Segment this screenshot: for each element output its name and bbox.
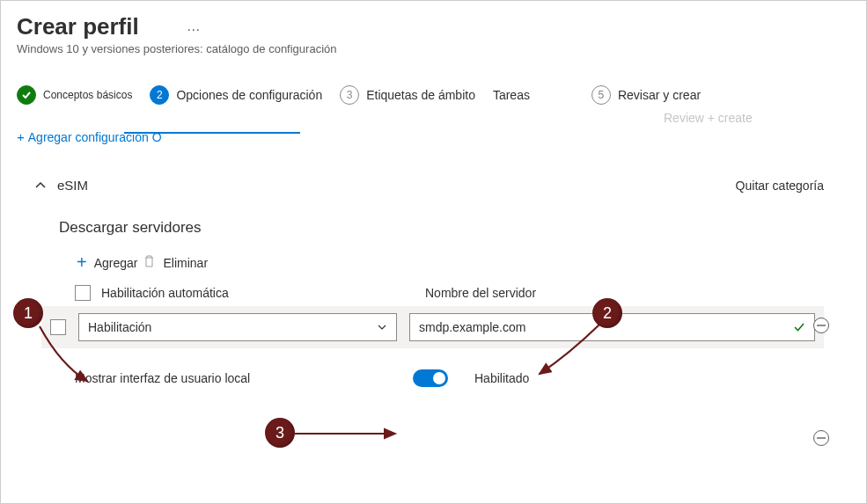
check-icon — [793, 320, 805, 335]
auto-enable-dropdown[interactable]: Habilitación — [78, 313, 397, 341]
column-header-auto-enable: Habilitación automática — [101, 286, 229, 300]
step-scope-tags-label: Etiquetas de ámbito — [366, 88, 475, 102]
annotation-arrow-3 — [291, 427, 406, 442]
step-config[interactable]: 2 Opciones de configuración — [150, 85, 322, 105]
select-all-checkbox[interactable] — [75, 285, 91, 301]
toggle-label: Mostrar interfaz de usuario local — [75, 371, 392, 385]
annotation-marker-1: 1 — [13, 298, 43, 328]
ghost-text: Review + create — [664, 111, 753, 125]
step-number-icon: 2 — [150, 85, 169, 105]
remove-category-button[interactable]: Quitar categoría — [736, 179, 824, 193]
category-name: eSIM — [57, 178, 88, 193]
server-name-value: smdp.example.com — [419, 320, 525, 334]
chevron-down-icon — [377, 321, 387, 333]
step-scope-tags[interactable]: 3 Etiquetas de ámbito — [340, 85, 475, 105]
annotation-marker-3: 3 — [265, 418, 295, 448]
page-title: Crear perfil — [17, 13, 139, 40]
more-icon[interactable]: … — [187, 18, 201, 33]
toggle-knob — [433, 372, 445, 384]
stepper-nav: Conceptos básicos 2 Opciones de configur… — [1, 61, 866, 113]
annotation-arrow-1 — [34, 321, 105, 391]
plus-icon: + — [17, 129, 25, 144]
step-review-label: Revisar y crear — [618, 88, 701, 102]
annotation-marker-2: 2 — [592, 298, 622, 328]
step-review[interactable]: 5 Revisar y crear — [591, 85, 701, 105]
chevron-up-icon — [34, 179, 47, 193]
collapse-row-button[interactable] — [813, 430, 829, 446]
column-header-server-name: Nombre del servidor — [425, 286, 536, 300]
step-assignments[interactable]: Tareas — [493, 88, 530, 102]
delete-row-button[interactable]: Eliminar — [164, 256, 209, 270]
page-subtitle: Windows 10 y versiones posteriores: catá… — [17, 42, 850, 55]
collapse-row-button[interactable] — [813, 318, 829, 333]
category-toggle[interactable]: eSIM — [34, 178, 88, 193]
step-assignments-label: Tareas — [493, 88, 530, 102]
plus-icon: + — [77, 252, 87, 273]
show-local-ui-toggle[interactable] — [413, 369, 448, 387]
table-row: Habilitación smdp.example.com — [41, 306, 824, 348]
annotation-arrow-2 — [529, 319, 617, 390]
active-tab-underline — [124, 132, 300, 134]
step-basics[interactable]: Conceptos básicos — [17, 85, 132, 105]
subgroup-title: Descargar servidores — [1, 200, 866, 237]
step-config-label: Opciones de configuración — [176, 88, 322, 102]
trash-icon — [143, 255, 155, 270]
step-number-icon: 5 — [591, 85, 611, 105]
toggle-state-label: Habilitado — [474, 371, 529, 385]
step-basics-label: Conceptos básicos — [43, 89, 132, 101]
add-row-button[interactable]: Agregar — [94, 256, 138, 270]
check-icon — [17, 85, 36, 105]
step-number-icon: 3 — [340, 85, 359, 105]
